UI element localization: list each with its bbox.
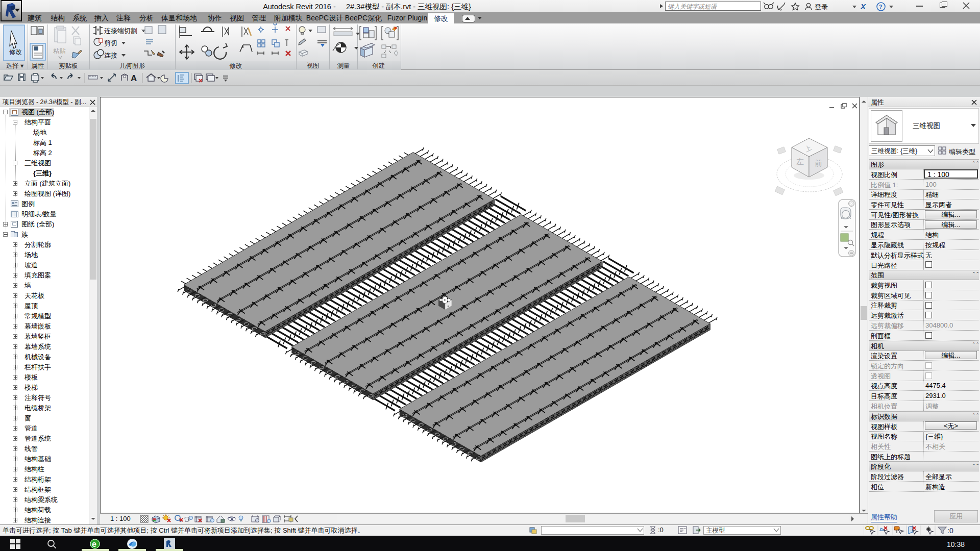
- svg-text:e: e: [92, 540, 96, 548]
- svg-text:登录: 登录: [815, 3, 828, 11]
- svg-text:X: X: [860, 2, 866, 11]
- svg-text:?: ?: [879, 4, 883, 10]
- svg-text:剪切: 剪切: [104, 39, 117, 47]
- svg-text:前: 前: [815, 159, 822, 167]
- svg-text:连接: 连接: [104, 52, 117, 59]
- svg-text:连接端切割: 连接端切割: [104, 27, 137, 35]
- svg-text:A: A: [131, 73, 137, 83]
- svg-text:左: 左: [796, 157, 804, 166]
- svg-text:修改: 修改: [9, 48, 22, 56]
- svg-text::0: :0: [947, 527, 953, 535]
- svg-text:粘贴: 粘贴: [53, 47, 66, 55]
